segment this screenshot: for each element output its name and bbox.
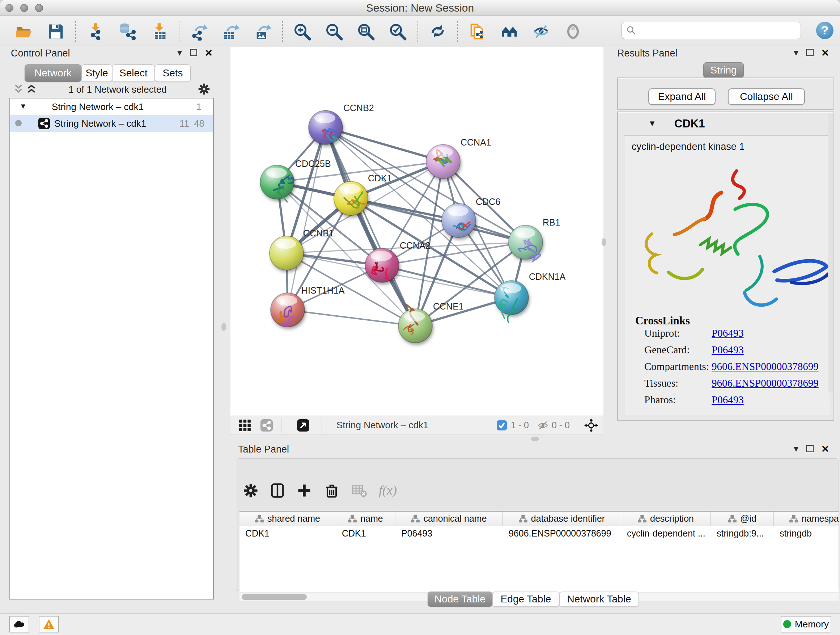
crosslink-link[interactable]: P06493 bbox=[712, 327, 744, 339]
tab-string[interactable]: String bbox=[703, 62, 744, 78]
export-image-icon[interactable] bbox=[247, 20, 279, 43]
title-bar[interactable]: Session: New Session bbox=[0, 0, 840, 16]
cell-shared-name[interactable]: CDK1 bbox=[240, 526, 336, 540]
results-scrollbar[interactable] bbox=[828, 113, 833, 393]
crosslink-label: Tissues: bbox=[644, 377, 678, 389]
crosslink-link[interactable]: 9606.ENSP00000378699 bbox=[712, 361, 819, 372]
edge-CCNB2-HIST1H1A[interactable] bbox=[287, 127, 325, 310]
memory-button[interactable]: Memory bbox=[781, 616, 831, 632]
table-h-scrollbar-thumb[interactable] bbox=[242, 594, 307, 600]
cell-canonical-name[interactable]: P06493 bbox=[395, 526, 503, 540]
apply-layout-icon[interactable] bbox=[422, 20, 454, 43]
table-row[interactable]: CDK1CDK1P064939606.ENSP00000378699cyclin… bbox=[240, 526, 838, 540]
results-panel-float-icon[interactable] bbox=[806, 49, 813, 56]
node-CCNE1[interactable]: CCNE1 bbox=[398, 301, 464, 343]
collection-expand-icon[interactable]: ▼ bbox=[19, 102, 27, 111]
column-header-canonical-name[interactable]: canonical name bbox=[395, 511, 503, 526]
column-header-shared-name[interactable]: shared name bbox=[240, 511, 336, 526]
network-collection-row[interactable]: ▼ String Network – cdk1 1 bbox=[10, 98, 213, 115]
control-panel-menu-icon[interactable]: ▾ bbox=[177, 49, 182, 56]
birdseye-view-icon[interactable] bbox=[297, 419, 309, 432]
network-options-gear-icon[interactable] bbox=[197, 82, 210, 96]
cell--id[interactable]: stringdb:9... bbox=[711, 526, 774, 540]
collapse-all-button[interactable]: Collapse All bbox=[728, 88, 805, 105]
export-network-icon[interactable] bbox=[183, 20, 215, 43]
help-button[interactable]: ? bbox=[815, 21, 834, 40]
left-splitter-handle[interactable] bbox=[221, 323, 226, 331]
cell-description[interactable]: cyclin-dependent ... bbox=[621, 526, 711, 540]
network-share-view-icon[interactable] bbox=[260, 419, 273, 432]
warning-status-button[interactable] bbox=[39, 616, 59, 632]
expand-all-button[interactable]: Expand All bbox=[648, 88, 715, 105]
tab-sets[interactable]: Sets bbox=[155, 65, 191, 82]
collapse-all-icon[interactable] bbox=[13, 83, 24, 94]
tab-node-table[interactable]: Node Table bbox=[428, 592, 493, 607]
tab-style[interactable]: Style bbox=[81, 65, 112, 82]
zoom-in-icon[interactable] bbox=[286, 20, 318, 43]
node-CCNB1[interactable]: CCNB1 bbox=[270, 228, 334, 270]
column-header-name[interactable]: name bbox=[336, 511, 395, 526]
import-network-file-icon[interactable] bbox=[80, 20, 111, 43]
export-table-icon[interactable] bbox=[215, 20, 247, 43]
network-canvas[interactable]: CCNB2CCNA1CDC25BCDK1CDC6RB1CCNB1CCNA2CDK… bbox=[231, 47, 603, 416]
control-panel-close-icon[interactable]: × bbox=[205, 49, 212, 57]
right-splitter-handle[interactable] bbox=[602, 238, 606, 246]
gene-section-header[interactable]: ▼ CDK1 bbox=[618, 112, 834, 135]
zoom-out-icon[interactable] bbox=[318, 20, 350, 43]
expand-all-icon[interactable] bbox=[26, 83, 37, 94]
tab-network[interactable]: Network bbox=[25, 65, 81, 82]
show-columns-icon[interactable] bbox=[270, 483, 286, 499]
tab-select[interactable]: Select bbox=[112, 65, 155, 82]
table-panel-float-icon[interactable] bbox=[806, 445, 813, 452]
column-header-description[interactable]: description bbox=[621, 511, 711, 526]
edge-HIST1H1A-CCNE1[interactable] bbox=[287, 310, 415, 326]
network-row-selected[interactable]: String Network – cdk1 11 48 bbox=[10, 115, 213, 132]
grid-view-icon[interactable] bbox=[238, 419, 251, 432]
cell-name[interactable]: CDK1 bbox=[336, 526, 395, 540]
crosslink-link[interactable]: P06493 bbox=[712, 394, 744, 406]
selected-checkbox-icon[interactable] bbox=[496, 420, 507, 431]
search-field[interactable] bbox=[622, 22, 801, 39]
column-header-namespace[interactable]: namespace bbox=[774, 511, 838, 526]
column-header--id[interactable]: @id bbox=[711, 511, 774, 526]
gene-collapse-icon[interactable]: ▼ bbox=[648, 119, 656, 128]
crosslink-link[interactable]: P06493 bbox=[712, 344, 744, 356]
cell-database-identifier[interactable]: 9606.ENSP00000378699 bbox=[503, 526, 621, 540]
add-column-icon[interactable] bbox=[296, 483, 312, 499]
results-panel-close-icon[interactable]: × bbox=[821, 49, 829, 57]
import-table-icon[interactable] bbox=[143, 20, 175, 43]
network-overview-icon[interactable] bbox=[462, 20, 493, 43]
edge-CCNB2-CCNE1[interactable] bbox=[325, 127, 415, 326]
table-panel-close-icon[interactable]: × bbox=[821, 445, 829, 453]
hidden-eye-icon[interactable] bbox=[537, 420, 549, 431]
control-panel-float-icon[interactable] bbox=[190, 49, 197, 56]
zoom-fit-icon[interactable] bbox=[350, 20, 382, 43]
graphics-details-icon[interactable] bbox=[557, 20, 589, 43]
delete-column-icon[interactable] bbox=[324, 483, 340, 499]
delete-table-icon[interactable] bbox=[351, 483, 367, 499]
results-panel-menu-icon[interactable]: ▾ bbox=[794, 49, 798, 56]
table-panel-menu-icon[interactable]: ▾ bbox=[794, 445, 798, 452]
table-options-gear-icon[interactable] bbox=[243, 483, 259, 499]
fit-selected-crosshair-icon[interactable] bbox=[584, 418, 598, 432]
tab-network-table[interactable]: Network Table bbox=[559, 592, 639, 607]
crosslink-link[interactable]: 9606.ENSP00000378699 bbox=[712, 377, 819, 389]
open-session-icon[interactable] bbox=[8, 20, 40, 43]
save-session-icon[interactable] bbox=[40, 20, 72, 43]
column-header-database-identifier[interactable]: database identifier bbox=[503, 511, 621, 526]
edge-CCNB2-CCNA1[interactable] bbox=[325, 127, 443, 162]
node-CDKN1A[interactable]: CDKN1A bbox=[494, 272, 566, 323]
cloud-status-button[interactable] bbox=[9, 616, 29, 632]
node-CCNA1[interactable]: CCNA1 bbox=[426, 137, 491, 179]
window-title: Session: New Session bbox=[0, 0, 840, 16]
first-neighbors-icon[interactable] bbox=[493, 20, 525, 43]
node-HIST1H1A[interactable]: HIST1H1A bbox=[271, 285, 345, 327]
hide-selected-icon[interactable] bbox=[525, 20, 557, 43]
cell-namespace[interactable]: stringdb bbox=[774, 526, 838, 540]
tab-edge-table[interactable]: Edge Table bbox=[493, 592, 559, 607]
node-RB1[interactable]: RB1 bbox=[508, 217, 561, 261]
zoom-selected-icon[interactable] bbox=[382, 20, 414, 43]
search-input[interactable] bbox=[636, 23, 801, 38]
bottom-splitter-handle[interactable] bbox=[531, 437, 539, 441]
import-network-database-icon[interactable] bbox=[111, 20, 143, 43]
